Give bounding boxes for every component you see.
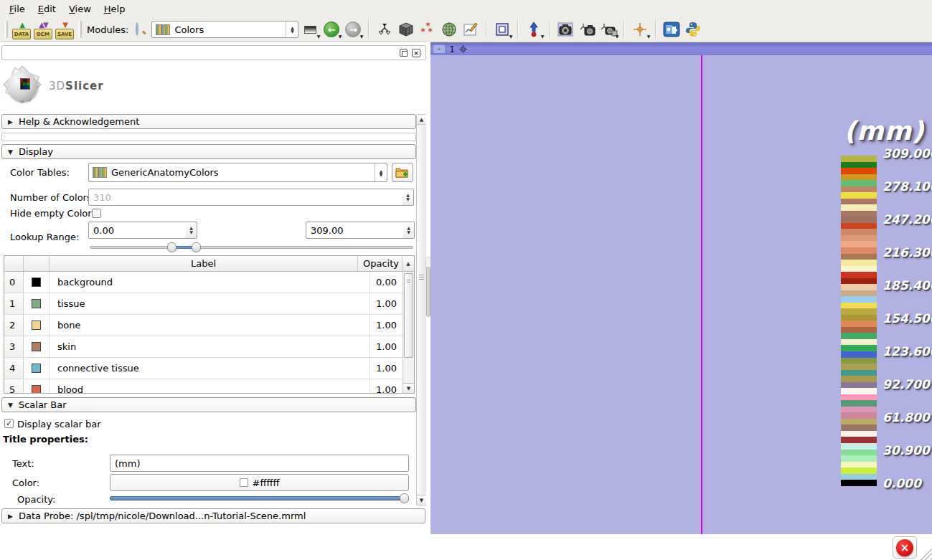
view-titlebar[interactable]: - 1 [430, 42, 932, 55]
lookup-min-spinner[interactable]: ▲▼ [186, 222, 197, 239]
module-histogram-button[interactable]: ▼ [300, 19, 320, 39]
row-color-cell[interactable] [24, 379, 50, 394]
menu-item[interactable]: Help [98, 1, 132, 16]
color-table-row[interactable]: 2 bone 1.00 [4, 315, 414, 336]
row-label[interactable]: tissue [50, 298, 369, 309]
color-column-header[interactable] [24, 256, 50, 271]
scalarbar-color-band [841, 333, 877, 339]
panel-titlebar[interactable]: × [1, 45, 426, 60]
view-minimize-button[interactable]: - [433, 44, 446, 54]
lookup-range-max-input[interactable] [306, 222, 404, 239]
mouse-mode-button[interactable]: ▼ [524, 19, 544, 39]
close-panel-icon[interactable]: × [412, 49, 420, 57]
view-pin-icon[interactable] [458, 44, 468, 54]
color-table-row[interactable]: 1 tissue 1.00 [4, 293, 414, 315]
row-label[interactable]: bone [50, 320, 369, 331]
color-table-row[interactable]: 5 blood 1.00 [4, 379, 414, 394]
scalarbar-color-band [841, 278, 877, 285]
color-table-combobox[interactable]: GenericAnatomyColors ▲▼ [88, 163, 387, 182]
save-label: SAVE [55, 29, 74, 39]
threed-viewport[interactable]: (mm) [430, 55, 932, 534]
module-search-icon[interactable] [136, 24, 147, 35]
segmentation-button[interactable] [439, 19, 459, 39]
layout-selector-button[interactable]: ▼ [492, 19, 512, 39]
scene-view-button[interactable] [577, 19, 597, 39]
row-label[interactable]: skin [50, 341, 369, 352]
color-table-row[interactable]: 3 skin 1.00 [4, 336, 414, 358]
display-section-header[interactable]: ▼ Display [1, 144, 416, 159]
module-back-button[interactable]: ← ▼ [321, 19, 342, 39]
color-table-row[interactable]: 4 connective tissue 1.00 [4, 358, 414, 379]
menu-item[interactable]: View [62, 1, 98, 16]
range-handle-min[interactable] [167, 242, 176, 252]
dropdown-arrow-icon: ▼ [541, 34, 545, 39]
panel-scroll-up-icon[interactable]: ▲ [417, 115, 426, 125]
color-table-row[interactable]: 0 background 0.00 [4, 272, 414, 293]
table-scrollbar-thumb[interactable] [404, 273, 413, 358]
registration-button[interactable]: *** [418, 19, 438, 39]
panel-scrollbar[interactable]: ▲ ▼ [416, 114, 427, 506]
crosshair-button[interactable]: ▼ [630, 19, 650, 39]
add-color-table-button[interactable] [392, 163, 413, 182]
number-of-colors-spinner[interactable]: ▲▼ [403, 189, 414, 206]
panel-scroll-down-icon[interactable]: ▼ [417, 495, 426, 505]
title-opacity-slider[interactable] [110, 493, 409, 503]
load-data-label: DATA [12, 29, 31, 39]
table-scrollbar[interactable]: ▼ [403, 272, 414, 393]
color-table[interactable]: Label Opacity ▲ 0 background 0.00 1 [4, 255, 415, 394]
scene-view-menu-button[interactable]: ▼ [598, 19, 618, 39]
scalar-bar-section-header[interactable]: ▼ Scalar Bar [1, 397, 416, 412]
row-color-cell[interactable] [24, 293, 50, 314]
python-console-button[interactable] [683, 19, 703, 39]
row-color-cell[interactable] [24, 272, 50, 293]
slider-track[interactable] [90, 246, 413, 249]
float-panel-icon[interactable] [400, 49, 408, 57]
menu-item[interactable]: Edit [32, 1, 62, 16]
load-data-button[interactable]: ▲ DATA [11, 19, 32, 39]
lookup-max-spinner[interactable]: ▲▼ [403, 222, 415, 239]
hide-empty-colors-checkbox[interactable] [92, 209, 101, 218]
title-color-button[interactable]: #ffffff [110, 474, 409, 491]
opacity-slider-handle[interactable] [400, 493, 409, 503]
opacity-column-header[interactable]: Opacity [358, 256, 403, 271]
panel-scrollbar-thumb[interactable] [417, 125, 426, 493]
exit-application-button[interactable]: × [893, 536, 917, 559]
range-handle-max[interactable] [192, 242, 201, 252]
scalarbar-color-band [841, 376, 877, 382]
lookup-range-slider[interactable] [90, 242, 413, 252]
row-color-cell[interactable] [24, 358, 50, 379]
menu-item[interactable]: File [3, 1, 32, 16]
row-color-cell[interactable] [24, 336, 50, 357]
title-text-input[interactable] [110, 455, 409, 472]
volume-rendering-button[interactable] [396, 19, 416, 39]
row-label[interactable]: connective tissue [50, 363, 369, 374]
row-label[interactable]: blood [50, 384, 369, 394]
module-forward-button[interactable]: → ▼ [343, 19, 363, 39]
screenshot-button[interactable] [555, 19, 575, 39]
label-column-header[interactable]: Label [50, 256, 358, 271]
table-scroll-up-icon[interactable]: ▲ [403, 256, 414, 271]
row-label[interactable]: background [50, 277, 369, 288]
gradient-icon [304, 26, 316, 34]
index-column-header[interactable] [4, 256, 24, 271]
lookup-range-min-input[interactable] [88, 222, 187, 239]
number-of-colors-input[interactable] [88, 189, 403, 206]
toolbar-grip[interactable] [4, 21, 8, 38]
save-button[interactable]: ▼ SAVE [55, 19, 75, 39]
collapsed-triangle-icon: ▶ [8, 118, 13, 125]
dicom-button[interactable]: ▲▼ DCM [33, 19, 53, 39]
combobox-arrows-icon[interactable]: ▲▼ [286, 22, 298, 37]
row-color-cell[interactable] [24, 315, 50, 336]
module-hierarchy-button[interactable] [375, 19, 395, 39]
help-acknowledgement-section[interactable]: ▶ Help & Acknowledgement [1, 114, 416, 129]
data-probe-section[interactable]: ▶ Data Probe: /spl/tmp/nicole/Download..… [1, 508, 425, 523]
display-scalar-bar-checkbox[interactable]: ✓ [4, 419, 14, 428]
combobox-arrows-icon[interactable]: ▲▼ [375, 163, 387, 181]
module-selector-combobox[interactable]: Colors ▲▼ [151, 21, 298, 38]
table-scroll-down-icon[interactable]: ▼ [403, 383, 414, 393]
menubar: File Edit View Help [0, 0, 932, 18]
toolbar-grip[interactable] [78, 21, 82, 38]
editor-button[interactable] [461, 19, 481, 39]
crosshair-line [701, 55, 702, 534]
extensions-manager-button[interactable] [662, 19, 682, 39]
